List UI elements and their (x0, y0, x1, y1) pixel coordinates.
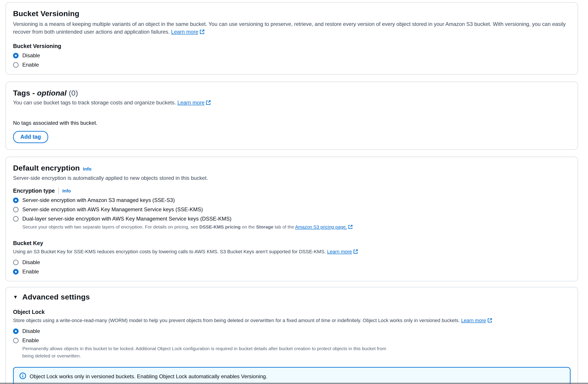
versioning-radio-disable[interactable]: Disable (13, 52, 40, 59)
default-encryption-section: Default encryption Info Server-side encr… (5, 157, 578, 281)
radio-label: Server-side encryption with AWS Key Mana… (22, 206, 203, 213)
radio-label: Dual-layer server-side encryption with A… (22, 216, 231, 222)
caret-down-icon: ▼ (13, 294, 18, 300)
advanced-settings-toggle[interactable]: ▼ Advanced settings (13, 293, 90, 301)
radio-icon (13, 62, 19, 68)
radio-icon (13, 216, 19, 222)
radio-icon (13, 207, 19, 212)
page-bottom-divider (0, 383, 588, 384)
radio-icon (13, 338, 19, 343)
radio-label: Enable (22, 337, 39, 343)
radio-icon (13, 269, 19, 274)
tags-empty-text: No tags associated with this bucket. (13, 120, 570, 126)
object-lock-learn-more-link[interactable]: Learn more (461, 318, 492, 323)
object-lock-info-alert: Object Lock works only in versioned buck… (13, 367, 570, 384)
alert-text: Object Lock works only in versioned buck… (30, 373, 267, 380)
object-lock-enable-note: Permanently allows objects in this bucke… (22, 345, 398, 360)
radio-label: Server-side encryption with Amazon S3 ma… (22, 197, 175, 203)
object-lock-radio-disable[interactable]: Disable (13, 328, 40, 334)
bucket-versioning-title: Bucket Versioning (13, 9, 570, 18)
radio-icon (13, 328, 19, 334)
encryption-radio-dsse-kms[interactable]: Dual-layer server-side encryption with A… (13, 216, 231, 222)
bucket-key-description: Using an S3 Bucket Key for SSE-KMS reduc… (13, 248, 570, 256)
bucket-key-label: Bucket Key (13, 240, 570, 247)
bucket-key-radio-disable[interactable]: Disable (13, 259, 40, 266)
object-lock-radio-enable[interactable]: Enable (13, 337, 39, 343)
default-encryption-title: Default encryption (13, 164, 80, 172)
external-link-icon (353, 248, 358, 256)
tags-section: Tags - optional (0) You can use bucket t… (5, 82, 578, 150)
encryption-radio-sse-s3[interactable]: Server-side encryption with Amazon S3 ma… (13, 197, 175, 203)
info-circle-icon (20, 372, 26, 381)
bucket-versioning-description: Versioning is a means of keeping multipl… (13, 20, 570, 36)
radio-label: Enable (22, 269, 39, 275)
versioning-learn-more-link[interactable]: Learn more (171, 29, 205, 35)
external-link-icon (487, 317, 492, 325)
bucket-key-radio-enable[interactable]: Enable (13, 269, 39, 275)
advanced-settings-section: ▼ Advanced settings Object Lock Store ob… (5, 287, 578, 384)
object-lock-label: Object Lock (13, 309, 570, 315)
external-link-icon (206, 99, 211, 107)
external-link-icon (200, 28, 205, 36)
radio-icon (13, 198, 19, 203)
encryption-type-info-link[interactable]: Info (62, 188, 71, 194)
versioning-radio-enable[interactable]: Enable (13, 62, 39, 68)
encryption-type-label: Encryption type (13, 188, 55, 194)
default-encryption-description: Server-side encryption is automatically … (13, 174, 570, 182)
bucket-versioning-field-label: Bucket Versioning (13, 43, 570, 49)
radio-icon (13, 260, 19, 265)
vertical-divider (58, 188, 59, 194)
s3-pricing-page-link[interactable]: Amazon S3 pricing page. (295, 224, 353, 229)
bucket-versioning-section: Bucket Versioning Versioning is a means … (5, 2, 578, 74)
default-encryption-info-link[interactable]: Info (83, 166, 91, 172)
radio-label: Disable (22, 259, 40, 266)
tags-description: You can use bucket tags to track storage… (13, 99, 570, 107)
tags-learn-more-link[interactable]: Learn more (177, 100, 211, 106)
tags-title: Tags - optional (0) (13, 89, 570, 97)
radio-label: Disable (22, 328, 40, 334)
bucket-key-learn-more-link[interactable]: Learn more (327, 249, 358, 254)
radio-icon (13, 53, 19, 58)
add-tag-button[interactable]: Add tag (13, 131, 48, 143)
object-lock-description: Store objects using a write-once-read-ma… (13, 316, 570, 325)
encryption-radio-sse-kms[interactable]: Server-side encryption with AWS Key Mana… (13, 206, 203, 213)
advanced-settings-title: Advanced settings (22, 293, 90, 301)
radio-label: Enable (22, 62, 39, 68)
dsse-kms-note: Secure your objects with two separate la… (22, 223, 553, 231)
external-link-icon (348, 224, 353, 231)
radio-label: Disable (22, 52, 40, 59)
